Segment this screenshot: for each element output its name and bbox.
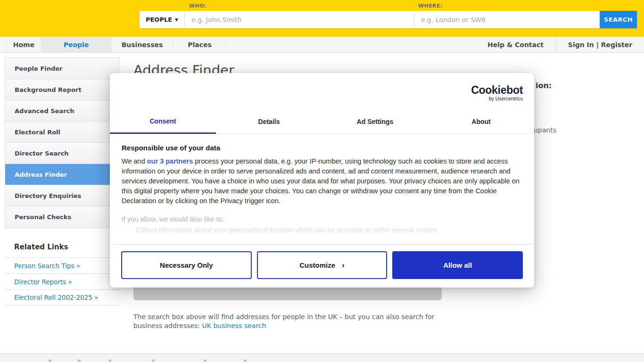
tab-about[interactable]: About [428,110,534,134]
our-partners-link[interactable]: our 3 partners [147,157,193,165]
customize-button-label: Customize [299,261,335,269]
help-contact-link[interactable]: Help & Contact [487,37,556,52]
search-form: PEOPLE ▼ SEARCH [140,11,637,28]
tab-details[interactable]: Details [216,110,322,134]
chevron-down-icon: ▼ [175,17,178,22]
cookie-dialog-content: Responsible use of your data We and our … [110,134,534,244]
cookiebot-byline: by Usercentrics [471,96,523,101]
cookiebot-brand-name: Cookiebot [471,84,523,96]
cookie-dialog-tabs: Consent Details Ad Settings About [110,110,534,134]
tab-ad-settings[interactable]: Ad Settings [322,110,428,134]
nav-tab-businesses[interactable]: Businesses [111,37,173,52]
allow-all-button[interactable]: Allow all [392,251,523,279]
customize-button[interactable]: Customize › [257,251,388,279]
footnote-line2-prefix: business addresses: [133,322,202,329]
related-links: Related Links Person Search Tips » Direc… [5,243,120,305]
nav-tab-places[interactable]: Places [173,37,226,52]
nav-tab-people[interactable]: People [41,37,111,52]
footnote-text: The search box above will find addresses… [133,313,454,330]
where-label: WHERE: [418,3,443,9]
sidebar-item-director-search[interactable]: Director Search [5,143,119,164]
cookie-dialog-footer: Necessary Only Customize › Allow all [110,244,534,288]
related-link-person-search-tips[interactable]: Person Search Tips » [5,257,120,273]
related-link-director-reports[interactable]: Director Reports » [5,273,120,289]
sidebar-item-electoral-roll[interactable]: Electoral Roll [5,122,119,143]
cookie-consent-dialog: Cookiebot by Usercentrics Consent Detail… [110,73,534,288]
footer-text-stub [49,360,51,362]
cookiebot-logo: Cookiebot by Usercentrics [471,84,523,101]
search-button[interactable]: SEARCH [600,11,637,28]
consent-heading: Responsible use of your data [122,144,522,152]
nav-right-group: Help & Contact Sign In | Register [487,37,644,52]
signin-register-link[interactable]: Sign In | Register [556,37,644,52]
tab-consent[interactable]: Consent [110,110,216,134]
consent-body-pre: We and [122,157,147,165]
footer-bar [0,354,644,362]
page: WHO: WHERE: PEOPLE ▼ SEARCH Home People … [0,0,644,362]
sidebar-item-advanced-search[interactable]: Advanced Search [5,100,119,122]
footer-text-stub [204,360,206,362]
footnote-line1: The search box above will find addresses… [133,313,435,321]
footer-text-stub [244,360,247,362]
sidebar-item-directory-enquiries[interactable]: Directory Enquiries [5,185,119,206]
main-nav: Home People Businesses Places Help & Con… [0,37,644,53]
who-search-input[interactable] [185,11,414,28]
who-label: WHO: [189,3,206,9]
consent-faded-bullet: Collect information about your geographi… [136,226,522,234]
related-links-heading: Related Links [5,243,120,257]
footer-text-stub [78,360,81,362]
necessary-only-button[interactable]: Necessary Only [121,251,252,279]
consent-faded-intro: If you allow, we would also like to: [122,215,522,223]
sidebar-item-personal-checks[interactable]: Personal Checks [5,206,119,228]
where-search-input[interactable] [414,11,600,28]
clipped-list-fragment: upants [534,126,556,134]
uk-business-search-link[interactable]: UK business search [202,322,266,329]
nav-spacer [0,37,7,52]
footer-text-stub [152,360,155,362]
sidebar-menu: People Finder Background Report Advanced… [5,58,119,228]
nav-tab-home[interactable]: Home [7,37,41,52]
related-link-electoral-roll[interactable]: Electoral Roll 2002-2025 » [5,289,120,305]
clipped-heading-fragment: ion: [536,81,552,90]
sidebar-item-people-finder[interactable]: People Finder [5,58,119,79]
category-select-label: PEOPLE [146,16,172,23]
sidebar-item-address-finder[interactable]: Address Finder [5,164,119,185]
sidebar-item-background-report[interactable]: Background Report [5,79,119,100]
chevron-right-icon: › [342,261,345,269]
footer-text-stub [108,360,111,362]
search-header: WHO: WHERE: PEOPLE ▼ SEARCH [0,0,644,37]
category-select[interactable]: PEOPLE ▼ [140,11,185,28]
consent-body-text: We and our 3 partners process your perso… [122,156,522,206]
